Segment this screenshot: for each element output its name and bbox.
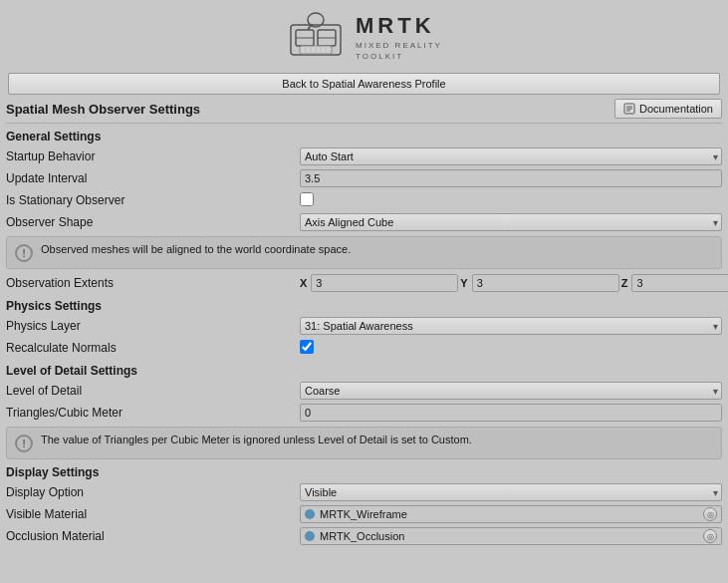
visible-material-value: MRTK_Wireframe ◎ (300, 505, 722, 523)
lod-value: Coarse (300, 382, 722, 400)
startup-behavior-row: Startup Behavior Auto Start (6, 146, 722, 166)
obs-z-label: Z (621, 277, 628, 289)
brand-subtitle-line1: MIXED REALITY (356, 40, 442, 51)
general-settings-label: General Settings (6, 130, 722, 144)
doc-button-label: Documentation (639, 103, 713, 115)
triangles-row: Triangles/Cubic Meter (6, 403, 722, 423)
observer-shape-dropdown-wrapper: Axis Aligned Cube (300, 213, 722, 231)
startup-behavior-label: Startup Behavior (6, 149, 300, 163)
triangles-value (300, 404, 722, 422)
visible-material-label: Visible Material (6, 507, 300, 521)
back-button-row: Back to Spatial Awareness Profile (0, 73, 728, 99)
display-option-label: Display Option (6, 485, 300, 499)
general-info-box: ! Observed meshes will be aligned to the… (6, 236, 722, 269)
display-option-dropdown-wrapper: Visible (300, 483, 722, 501)
update-interval-row: Update Interval (6, 168, 722, 188)
physics-layer-row: Physics Layer 31: Spatial Awareness (6, 316, 722, 336)
back-button[interactable]: Back to Spatial Awareness Profile (8, 73, 720, 95)
header: MRTK MIXED REALITY TOOLKIT (0, 0, 728, 73)
triangles-label: Triangles/Cubic Meter (6, 406, 300, 420)
lod-dropdown-wrapper: Coarse (300, 382, 722, 400)
display-settings-label: Display Settings (6, 465, 722, 479)
triangles-input[interactable] (300, 404, 722, 422)
observer-shape-value: Axis Aligned Cube (300, 213, 722, 231)
observer-shape-select[interactable]: Axis Aligned Cube (300, 213, 722, 231)
physics-layer-label: Physics Layer (6, 319, 300, 333)
lod-select[interactable]: Coarse (300, 382, 722, 400)
page-title: Spatial Mesh Observer Settings (6, 102, 200, 117)
logo (286, 10, 346, 65)
occlusion-material-dot (305, 531, 315, 541)
is-stationary-row: Is Stationary Observer (6, 190, 722, 210)
update-interval-label: Update Interval (6, 171, 300, 185)
observation-extents-row: Observation Extents X Y Z (6, 273, 722, 293)
page-title-row: Spatial Mesh Observer Settings Documenta… (6, 99, 722, 119)
lod-row: Level of Detail Coarse (6, 381, 722, 401)
obs-x-input[interactable] (311, 274, 458, 292)
startup-behavior-value: Auto Start (300, 147, 722, 165)
info-icon-lod: ! (15, 435, 33, 452)
display-option-row: Display Option Visible (6, 482, 722, 502)
is-stationary-value (300, 192, 722, 209)
occlusion-material-value: MRTK_Occlusion ◎ (300, 527, 722, 545)
info-icon-general: ! (15, 244, 33, 262)
obs-y-input[interactable] (472, 274, 619, 292)
brand-title: MRTK (356, 13, 442, 39)
observer-shape-label: Observer Shape (6, 215, 300, 229)
main-content: Spatial Mesh Observer Settings Documenta… (0, 99, 728, 546)
is-stationary-checkbox[interactable] (300, 192, 314, 206)
occlusion-material-select-btn[interactable]: ◎ (703, 529, 717, 543)
occlusion-material-label: Occlusion Material (6, 529, 300, 543)
brand-subtitle-line2: TOOLKIT (356, 51, 442, 62)
physics-layer-value: 31: Spatial Awareness (300, 317, 722, 335)
recalculate-normals-label: Recalculate Normals (6, 341, 300, 355)
doc-icon (623, 103, 635, 115)
visible-material-row: Visible Material MRTK_Wireframe ◎ (6, 504, 722, 524)
recalculate-normals-value (300, 340, 722, 357)
recalculate-normals-row: Recalculate Normals (6, 338, 722, 358)
visible-material-name: MRTK_Wireframe (320, 508, 699, 520)
general-info-text: Observed meshes will be aligned to the w… (41, 243, 351, 255)
brand-text: MRTK MIXED REALITY TOOLKIT (356, 13, 442, 62)
display-option-select[interactable]: Visible (300, 483, 722, 501)
occlusion-material-name: MRTK_Occlusion (320, 530, 699, 542)
obs-y-label: Y (460, 277, 467, 289)
startup-behavior-select[interactable]: Auto Start (300, 147, 722, 165)
lod-info-box: ! The value of Triangles per Cubic Meter… (6, 427, 722, 459)
update-interval-input[interactable] (300, 169, 722, 187)
startup-behavior-dropdown-wrapper: Auto Start (300, 147, 722, 165)
observation-extents-inputs: X Y Z (300, 274, 728, 292)
visible-material-select-btn[interactable]: ◎ (703, 507, 717, 521)
divider-1 (6, 123, 722, 124)
lod-label: Level of Detail (6, 384, 300, 398)
documentation-button[interactable]: Documentation (614, 99, 722, 119)
is-stationary-label: Is Stationary Observer (6, 193, 300, 207)
obs-z-input[interactable] (631, 274, 728, 292)
recalculate-normals-checkbox[interactable] (300, 340, 314, 354)
observer-shape-row: Observer Shape Axis Aligned Cube (6, 212, 722, 232)
update-interval-value (300, 169, 722, 187)
visible-material-dot (305, 509, 315, 519)
lod-info-text: The value of Triangles per Cubic Meter i… (41, 434, 472, 445)
observation-extents-label: Observation Extents (6, 276, 300, 290)
obs-x-label: X (300, 277, 307, 289)
physics-layer-select[interactable]: 31: Spatial Awareness (300, 317, 722, 335)
lod-settings-label: Level of Detail Settings (6, 364, 722, 378)
physics-settings-label: Physics Settings (6, 299, 722, 313)
physics-layer-dropdown-wrapper: 31: Spatial Awareness (300, 317, 722, 335)
display-option-value: Visible (300, 483, 722, 501)
occlusion-material-row: Occlusion Material MRTK_Occlusion ◎ (6, 526, 722, 546)
